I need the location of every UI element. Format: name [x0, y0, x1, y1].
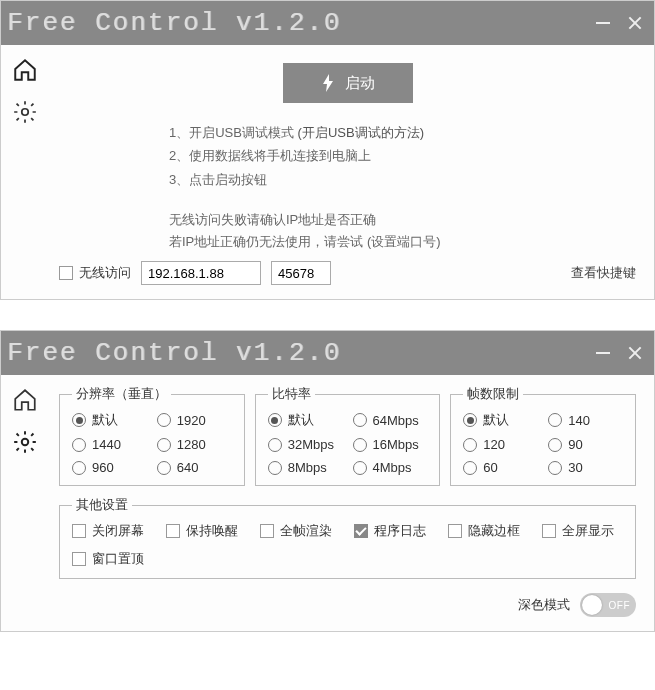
wireless-checkbox[interactable]: 无线访问	[59, 264, 131, 282]
wireless-hint-line: 若IP地址正确仍无法使用，请尝试	[169, 234, 363, 249]
bitrate-option[interactable]: 32Mbps	[268, 437, 343, 452]
other-settings-legend: 其他设置	[72, 496, 132, 514]
window-title: Free Control v1.2.0	[7, 8, 341, 38]
close-button[interactable]	[628, 346, 642, 360]
view-shortcuts-link[interactable]: 查看快捷键	[571, 264, 636, 282]
other-settings-group: 其他设置 关闭屏幕保持唤醒全帧渲染程序日志隐藏边框全屏显示窗口置顶	[59, 496, 636, 579]
resolution-legend: 分辨率（垂直）	[72, 385, 171, 403]
port-input[interactable]	[271, 261, 331, 285]
window-controls	[596, 16, 642, 30]
other-setting-checkbox[interactable]: 全屏显示	[542, 522, 614, 540]
bitrate-option[interactable]: 64Mbps	[353, 411, 428, 429]
bitrate-option-label: 4Mbps	[373, 460, 412, 475]
framerate-legend: 帧数限制	[463, 385, 523, 403]
framerate-option[interactable]: 30	[548, 460, 623, 475]
framerate-option-label: 120	[483, 437, 505, 452]
framerate-option[interactable]: 默认	[463, 411, 538, 429]
instruction-line: 2、使用数据线将手机连接到电脑上	[169, 144, 636, 167]
resolution-option-label: 默认	[92, 411, 118, 429]
resolution-option-label: 960	[92, 460, 114, 475]
other-setting-label: 窗口置顶	[92, 550, 144, 568]
instruction-line: 3、点击启动按钮	[169, 168, 636, 191]
framerate-option-label: 140	[568, 413, 590, 428]
close-button[interactable]	[628, 16, 642, 30]
other-setting-label: 关闭屏幕	[92, 522, 144, 540]
home-icon[interactable]	[10, 55, 40, 85]
settings-icon[interactable]	[10, 427, 40, 457]
bitrate-legend: 比特率	[268, 385, 315, 403]
resolution-option-label: 1920	[177, 413, 206, 428]
resolution-group: 分辨率（垂直） 默认192014401280960640	[59, 385, 245, 486]
main-panel-home: 启动 1、开启USB调试模式 (开启USB调试的方法) 2、使用数据线将手机连接…	[49, 45, 654, 299]
ip-input[interactable]	[141, 261, 261, 285]
wireless-hint-line: 无线访问失败请确认IP地址是否正确	[169, 209, 636, 231]
sidebar	[1, 45, 49, 299]
other-setting-checkbox[interactable]: 窗口置顶	[72, 550, 144, 568]
framerate-option-label: 30	[568, 460, 582, 475]
resolution-option[interactable]: 默认	[72, 411, 147, 429]
connection-row: 无线访问 查看快捷键	[59, 261, 636, 285]
other-setting-checkbox[interactable]: 关闭屏幕	[72, 522, 144, 540]
framerate-option[interactable]: 120	[463, 437, 538, 452]
other-setting-label: 保持唤醒	[186, 522, 238, 540]
resolution-option[interactable]: 640	[157, 460, 232, 475]
window-title: Free Control v1.2.0	[7, 338, 341, 368]
port-setup-link[interactable]: (设置端口号)	[367, 234, 441, 249]
window-settings: Free Control v1.2.0 分辨率（垂直） 默认1920144012…	[0, 330, 655, 632]
svg-point-1	[22, 439, 29, 446]
framerate-option-label: 默认	[483, 411, 509, 429]
resolution-option[interactable]: 1920	[157, 411, 232, 429]
wireless-hint: 无线访问失败请确认IP地址是否正确 若IP地址正确仍无法使用，请尝试 (设置端口…	[169, 209, 636, 253]
resolution-option[interactable]: 1280	[157, 437, 232, 452]
bitrate-option-label: 32Mbps	[288, 437, 334, 452]
dark-mode-row: 深色模式 OFF	[59, 593, 636, 617]
minimize-button[interactable]	[596, 22, 610, 24]
bitrate-option[interactable]: 4Mbps	[353, 460, 428, 475]
bitrate-option-label: 默认	[288, 411, 314, 429]
bitrate-option[interactable]: 8Mbps	[268, 460, 343, 475]
bitrate-option-label: 16Mbps	[373, 437, 419, 452]
start-button[interactable]: 启动	[283, 63, 413, 103]
window-controls	[596, 346, 642, 360]
resolution-option[interactable]: 960	[72, 460, 147, 475]
framerate-option-label: 90	[568, 437, 582, 452]
resolution-option-label: 640	[177, 460, 199, 475]
resolution-option-label: 1440	[92, 437, 121, 452]
framerate-option[interactable]: 90	[548, 437, 623, 452]
other-setting-label: 全屏显示	[562, 522, 614, 540]
home-icon[interactable]	[10, 385, 40, 415]
svg-point-0	[22, 109, 29, 116]
bitrate-option-label: 8Mbps	[288, 460, 327, 475]
instruction-line: 1、开启USB调试模式	[169, 125, 294, 140]
resolution-option[interactable]: 1440	[72, 437, 147, 452]
other-setting-label: 程序日志	[374, 522, 426, 540]
wireless-checkbox-label: 无线访问	[79, 264, 131, 282]
framerate-option-label: 60	[483, 460, 497, 475]
bitrate-option[interactable]: 默认	[268, 411, 343, 429]
other-setting-label: 全帧渲染	[280, 522, 332, 540]
other-setting-checkbox[interactable]: 保持唤醒	[166, 522, 238, 540]
titlebar: Free Control v1.2.0	[1, 331, 654, 375]
lightning-icon	[321, 74, 335, 92]
other-setting-checkbox[interactable]: 程序日志	[354, 522, 426, 540]
framerate-option[interactable]: 140	[548, 411, 623, 429]
other-setting-checkbox[interactable]: 隐藏边框	[448, 522, 520, 540]
bitrate-option-label: 64Mbps	[373, 413, 419, 428]
dark-mode-state: OFF	[609, 600, 631, 611]
window-home: Free Control v1.2.0 启动 1、开启USB调试模式 (开启US…	[0, 0, 655, 300]
dark-mode-label: 深色模式	[518, 596, 570, 614]
minimize-button[interactable]	[596, 352, 610, 354]
bitrate-option[interactable]: 16Mbps	[353, 437, 428, 452]
other-setting-checkbox[interactable]: 全帧渲染	[260, 522, 332, 540]
bitrate-group: 比特率 默认64Mbps32Mbps16Mbps8Mbps4Mbps	[255, 385, 441, 486]
sidebar	[1, 375, 49, 631]
start-button-label: 启动	[345, 74, 375, 93]
instructions: 1、开启USB调试模式 (开启USB调试的方法) 2、使用数据线将手机连接到电脑…	[169, 121, 636, 191]
dark-mode-toggle[interactable]: OFF	[580, 593, 636, 617]
usb-method-link[interactable]: (开启USB调试的方法)	[298, 125, 424, 140]
settings-icon[interactable]	[10, 97, 40, 127]
framerate-group: 帧数限制 默认140120906030	[450, 385, 636, 486]
titlebar: Free Control v1.2.0	[1, 1, 654, 45]
framerate-option[interactable]: 60	[463, 460, 538, 475]
resolution-option-label: 1280	[177, 437, 206, 452]
